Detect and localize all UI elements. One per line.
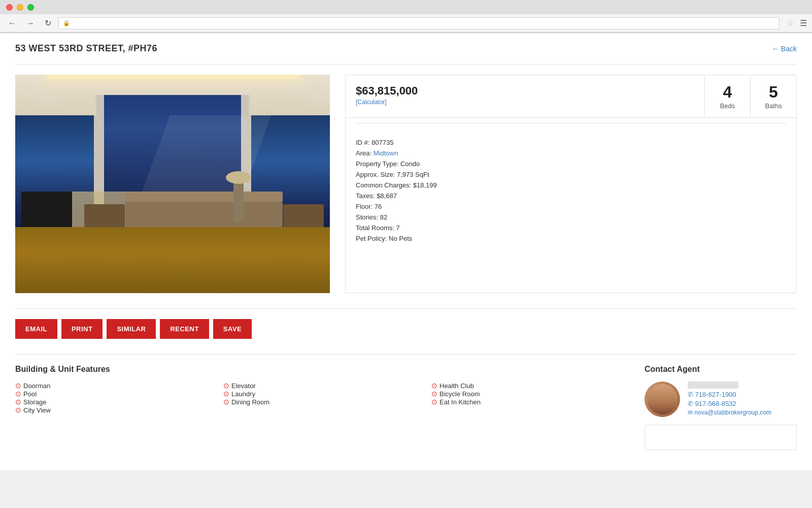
floor-lamp	[233, 181, 244, 222]
features-column-1: ⊙ Doorman ⊙ Pool ⊙ Storage ⊙ City View	[15, 382, 213, 414]
features-column-2: ⊙ Elevator ⊙ Laundry ⊙ Dining Room	[223, 382, 421, 414]
info-id: ID #: 807735	[356, 139, 786, 146]
action-buttons: EMAIL PRINT SIMILAR RECENT SAVE	[15, 319, 797, 339]
check-icon-8: ⊙	[431, 382, 437, 390]
area-label: Area:	[356, 149, 371, 157]
feature-bicycle-room: ⊙ Bicycle Room	[431, 390, 629, 398]
save-button[interactable]: SAVE	[213, 319, 252, 339]
feature-elevator: ⊙ Elevator	[223, 382, 421, 390]
agent-photo	[645, 382, 680, 417]
info-type: Property Type: Condo	[356, 160, 786, 168]
agent-info: ✆ 718-627-1900 ✆ 917-568-8532 ✉ nova@sta…	[688, 382, 797, 417]
check-icon-10: ⊙	[431, 398, 437, 406]
property-image-container	[15, 75, 330, 293]
info-floor: Floor: 76	[356, 203, 786, 210]
forward-button[interactable]: →	[23, 18, 38, 29]
feature-city-view: ⊙ City View	[15, 406, 213, 414]
email-button[interactable]: EMAIL	[15, 319, 57, 339]
stats-row: $63,815,000 [Calculator] 4 Beds 5 Baths	[346, 75, 796, 118]
property-info: ID #: 807735 Area: Midtown Property Type…	[346, 129, 796, 256]
ceiling-light	[47, 75, 298, 79]
lock-icon: 🔒	[63, 20, 70, 26]
feature-eat-in-kitchen: ⊙ Eat In Kitchen	[431, 398, 629, 406]
info-stories: Stories: 82	[356, 213, 786, 221]
agent-email[interactable]: ✉ nova@stabbrokergroup.com	[688, 409, 797, 416]
menu-icon[interactable]: ☰	[800, 18, 807, 28]
agent-phone-1[interactable]: ✆ 718-627-1900	[688, 391, 797, 398]
price-cell: $63,815,000 [Calculator]	[346, 75, 705, 117]
baths-label: Baths	[765, 102, 782, 110]
print-button[interactable]: PRINT	[61, 319, 103, 339]
back-link[interactable]: ← Back	[772, 45, 797, 53]
bottom-section: Building & Unit Features ⊙ Doorman ⊙ Poo…	[15, 365, 797, 450]
features-section: Building & Unit Features ⊙ Doorman ⊙ Poo…	[15, 365, 629, 450]
calculator-link[interactable]: [Calculator]	[356, 99, 387, 106]
feature-pool: ⊙ Pool	[15, 390, 213, 398]
agent-card: ✆ 718-627-1900 ✆ 917-568-8532 ✉ nova@sta…	[645, 382, 797, 417]
beds-number: 4	[710, 83, 745, 102]
check-icon-1: ⊙	[15, 382, 21, 390]
check-icon-2: ⊙	[15, 390, 21, 398]
room-floor	[15, 227, 330, 293]
info-taxes: Taxes: $8,687	[356, 192, 786, 200]
piano	[21, 192, 72, 232]
area-link[interactable]: Midtown	[374, 149, 398, 157]
info-size: Approx. Size: 7,973 SqFt	[356, 171, 786, 178]
main-content: $63,815,000 [Calculator] 4 Beds 5 Baths …	[15, 75, 797, 293]
similar-button[interactable]: SIMILAR	[107, 319, 156, 339]
baths-cell: 5 Baths	[751, 75, 796, 117]
bookmark-icon[interactable]: ☆	[787, 18, 794, 28]
feature-storage: ⊙ Storage	[15, 398, 213, 406]
agent-name	[688, 382, 738, 389]
beds-cell: 4 Beds	[705, 75, 751, 117]
contact-form[interactable]	[645, 425, 797, 450]
refresh-button[interactable]: ↻	[42, 17, 54, 29]
feature-health-club: ⊙ Health Club	[431, 382, 629, 390]
listing-address: 53 WEST 53RD STREET, #PH76	[15, 43, 157, 54]
info-rooms: Total Rooms: 7	[356, 224, 786, 232]
property-image	[15, 75, 330, 293]
back-button[interactable]: ←	[5, 18, 19, 29]
property-details-panel: $63,815,000 [Calculator] 4 Beds 5 Baths …	[345, 75, 797, 293]
price-value: $63,815,000	[356, 84, 694, 98]
recent-button[interactable]: RECENT	[160, 319, 209, 339]
maximize-button[interactable]	[27, 4, 34, 11]
info-pets: Pet Policy: No Pets	[356, 235, 786, 242]
baths-number: 5	[756, 83, 791, 102]
beds-label: Beds	[720, 102, 735, 110]
check-icon-7: ⊙	[223, 398, 229, 406]
check-icon-4: ⊙	[15, 406, 21, 414]
check-icon-3: ⊙	[15, 398, 21, 406]
check-icon-9: ⊙	[431, 390, 437, 398]
feature-doorman: ⊙ Doorman	[15, 382, 213, 390]
address-bar[interactable]: 🔒	[58, 17, 780, 29]
check-icon-5: ⊙	[223, 382, 229, 390]
contact-title: Contact Agent	[645, 365, 797, 374]
feature-laundry: ⊙ Laundry	[223, 390, 421, 398]
agent-avatar	[647, 384, 678, 415]
features-grid: ⊙ Doorman ⊙ Pool ⊙ Storage ⊙ City View	[15, 382, 629, 414]
features-column-3: ⊙ Health Club ⊙ Bicycle Room ⊙ Eat In Ki…	[431, 382, 629, 414]
info-charges: Common Charges: $18,199	[356, 181, 786, 189]
close-button[interactable]	[6, 4, 13, 11]
minimize-button[interactable]	[17, 4, 23, 11]
agent-phone-2[interactable]: ✆ 917-568-8532	[688, 400, 797, 407]
feature-dining-room: ⊙ Dining Room	[223, 398, 421, 406]
contact-section: Contact Agent ✆ 718-627-1900 ✆ 917-568-8…	[645, 365, 797, 450]
page-header: 53 WEST 53RD STREET, #PH76 ← Back	[15, 43, 797, 54]
check-icon-6: ⊙	[223, 390, 229, 398]
features-title: Building & Unit Features	[15, 365, 629, 374]
info-area: Area: Midtown	[356, 149, 786, 157]
